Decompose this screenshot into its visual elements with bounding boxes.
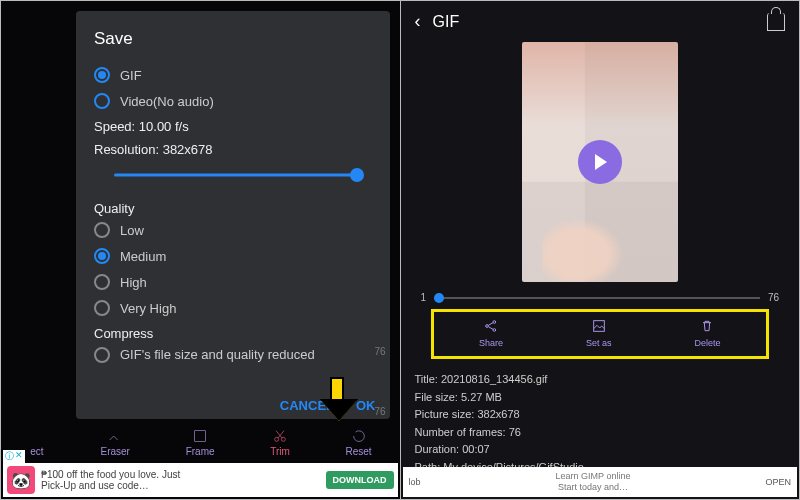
- svg-rect-0: [195, 430, 206, 441]
- radio-unchecked-icon: [94, 222, 110, 238]
- svg-point-3: [486, 325, 489, 328]
- trash-icon: [699, 318, 715, 334]
- cancel-button[interactable]: CANCEL: [280, 398, 334, 413]
- compress-label: GIF's file size and quality reduced: [120, 347, 315, 364]
- resolution-slider[interactable]: [94, 163, 372, 187]
- quality-medium-option[interactable]: Medium: [94, 248, 372, 264]
- nav-frame[interactable]: Frame: [186, 428, 215, 457]
- eraser-icon: [107, 428, 123, 444]
- scissors-icon: [272, 428, 288, 444]
- meta-title: Title: 20210816_134456.gif: [415, 371, 786, 389]
- resolution-label: Resolution: 382x678: [94, 142, 372, 157]
- right-screen: ‹ GIF 1 76 Share Set as Dele: [400, 1, 800, 499]
- quality-veryhigh-label: Very High: [120, 301, 176, 316]
- svg-point-5: [493, 329, 496, 332]
- quality-medium-label: Medium: [120, 249, 166, 264]
- ok-button[interactable]: OK: [356, 398, 376, 413]
- format-video-option[interactable]: Video(No audio): [94, 93, 372, 109]
- banner-ad-right[interactable]: lob Learn GIMP onlineStart today and… OP…: [403, 467, 798, 497]
- frame-icon: [192, 428, 208, 444]
- radio-unchecked-icon: [94, 300, 110, 316]
- effect-icon: [29, 428, 45, 444]
- nav-effect[interactable]: ect: [29, 428, 45, 457]
- radio-checked-icon: [94, 248, 110, 264]
- slider-end: 76: [768, 292, 779, 303]
- quality-high-label: High: [120, 275, 147, 290]
- radio-unchecked-icon: [94, 93, 110, 109]
- svg-point-4: [493, 321, 496, 324]
- slider-start: 1: [421, 292, 427, 303]
- svg-rect-6: [593, 321, 604, 332]
- radio-checked-icon: [94, 67, 110, 83]
- frame-slider[interactable]: 1 76: [421, 292, 780, 303]
- nav-reset[interactable]: Reset: [346, 428, 372, 457]
- ad-app-icon: 🐼: [7, 466, 35, 494]
- preview-hand: [542, 212, 632, 282]
- quality-low-label: Low: [120, 223, 144, 238]
- slider-track[interactable]: [434, 297, 760, 299]
- frame-tick-upper: 76: [374, 346, 385, 357]
- ad-text-right: Learn GIMP onlineStart today and…: [427, 471, 760, 493]
- ad-text: ₱100 off the food you love. JustPick-Up …: [41, 469, 320, 492]
- left-screen: Save GIF Video(No audio) Speed: 10.00 f/…: [1, 1, 400, 499]
- quality-veryhigh-option[interactable]: Very High: [94, 300, 372, 316]
- save-dialog: Save GIF Video(No audio) Speed: 10.00 f/…: [76, 11, 390, 419]
- basket-icon[interactable]: [767, 13, 785, 31]
- play-button[interactable]: [578, 140, 622, 184]
- page-title: GIF: [433, 13, 756, 31]
- slider-thumb-icon[interactable]: [350, 168, 364, 182]
- format-gif-label: GIF: [120, 68, 142, 83]
- quality-low-option[interactable]: Low: [94, 222, 372, 238]
- bottom-toolbar: ect Eraser Frame Trim Reset: [1, 421, 400, 463]
- ad-tag: lob: [409, 477, 421, 487]
- radio-unchecked-icon: [94, 347, 110, 363]
- meta-picsize: Picture size: 382x678: [415, 406, 786, 424]
- meta-duration: Duration: 00:07: [415, 441, 786, 459]
- format-video-label: Video(No audio): [120, 94, 214, 109]
- slider-track: [114, 174, 362, 177]
- share-button[interactable]: Share: [479, 318, 503, 348]
- banner-ad-left[interactable]: 🐼 ₱100 off the food you love. JustPick-U…: [3, 463, 398, 497]
- reset-icon: [351, 428, 367, 444]
- file-metadata: Title: 20210816_134456.gif File size: 5.…: [401, 367, 800, 481]
- meta-filesize: File size: 5.27 MB: [415, 389, 786, 407]
- compress-option[interactable]: GIF's file size and quality reduced: [94, 347, 372, 364]
- action-row-highlight: Share Set as Delete: [431, 309, 770, 359]
- ad-download-button[interactable]: DOWNLOAD: [326, 471, 394, 489]
- image-icon: [591, 318, 607, 334]
- nav-trim[interactable]: Trim: [270, 428, 290, 457]
- ad-open-button[interactable]: OPEN: [765, 477, 791, 487]
- radio-unchecked-icon: [94, 274, 110, 290]
- nav-eraser[interactable]: Eraser: [101, 428, 130, 457]
- quality-high-option[interactable]: High: [94, 274, 372, 290]
- format-gif-option[interactable]: GIF: [94, 67, 372, 83]
- dialog-title: Save: [94, 29, 372, 49]
- share-icon: [483, 318, 499, 334]
- ad-badge[interactable]: ⓘ✕: [3, 450, 25, 463]
- header: ‹ GIF: [401, 1, 800, 42]
- gif-preview[interactable]: [522, 42, 678, 282]
- setas-button[interactable]: Set as: [586, 318, 612, 348]
- back-button[interactable]: ‹: [415, 11, 421, 32]
- compress-heading: Compress: [94, 326, 372, 341]
- delete-button[interactable]: Delete: [694, 318, 720, 348]
- meta-frames: Number of frames: 76: [415, 424, 786, 442]
- speed-label: Speed: 10.00 f/s: [94, 119, 372, 134]
- quality-heading: Quality: [94, 201, 372, 216]
- frame-tick-lower: 76: [374, 406, 385, 417]
